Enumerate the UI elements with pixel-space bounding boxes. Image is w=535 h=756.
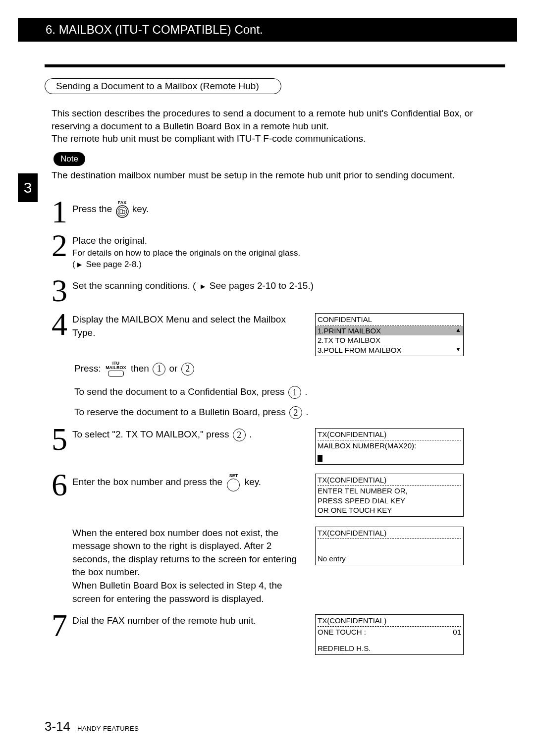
chapter-title: 6. MAILBOX (ITU-T COMPATIBLE) Cont. [46,23,263,37]
step-body: Dial the FAX number of the remote hub un… [72,612,505,655]
step-body: Press the FAX key. [72,199,505,218]
text: . [305,386,307,397]
key-2-icon: 2 [289,406,302,419]
step-text: Set the scanning conditions. ( [72,280,196,291]
lcd-display-4: CONFIDENTIAL 1.PRINT MAILBOX▲ 2.TX TO MA… [315,313,464,356]
step-number: 4 [52,311,72,338]
step-body: Enter the box number and press the SET k… [72,472,505,606]
step-1: 1 Press the FAX key. [52,199,505,225]
note-badge: Note [54,152,85,166]
side-tab: 3 [18,173,38,202]
text: To send the document to a Confidential B… [74,386,287,397]
key-shape [108,371,124,377]
step-7: 7 Dial the FAX number of the remote hub … [52,612,505,655]
lcd-header: TX(CONFIDENTIAL) [318,616,461,627]
fax-key-icon: FAX [116,201,129,218]
text: Enter the box number and press the [72,477,225,487]
text: . [249,429,252,439]
lcd-line: MAILBOX NUMBER(MAX20): [318,441,461,451]
step-text: Display the MAILBOX Menu and select the … [72,313,305,339]
step-number: 6 [52,472,72,498]
text: Press: [74,363,104,374]
svg-rect-2 [120,210,122,214]
mailbox-label: MAILBOX [106,366,126,370]
lcd-line: OR ONE TOUCH KEY [318,505,461,515]
step-list: 1 Press the FAX key. 2 Place [45,199,505,655]
step-body: Set the scanning conditions. ( ▶ See pag… [72,277,505,293]
step-number: 3 [52,277,72,304]
sub-line: To send the document to a Confidential B… [74,385,505,399]
text: . [306,407,308,417]
lcd-header: TX(CONFIDENTIAL) [318,475,461,486]
text: To select "2. TX TO MAILBOX," press [72,429,232,439]
lcd-line: No entry [318,554,461,564]
step-6: 6 Enter the box number and press the SET… [52,472,505,606]
lcd-display-6b: TX(CONFIDENTIAL) No entry [315,527,464,565]
lcd-header: TX(CONFIDENTIAL) [318,430,461,440]
lcd-item: 2.TX TO MAILBOX [318,335,461,345]
arrow-icon: ▶ [201,282,205,291]
step-3: 3 Set the scanning conditions. ( ▶ See p… [52,277,505,304]
press-line: Press: ITU MAILBOX then 1 or 2 [74,361,505,377]
lcd-item-label: 1.PRINT MAILBOX [318,326,381,335]
step-para: When Bulletin Board Box is selected in S… [72,579,305,605]
chapter-header: 6. MAILBOX (ITU-T COMPATIBLE) Cont. [18,18,517,42]
arrow-icon: ▶ [77,261,82,269]
step-number: 1 [52,199,72,225]
lcd-display-6a: TX(CONFIDENTIAL) ENTER TEL NUMBER OR, PR… [315,474,464,517]
step-para: When the entered box number does not exi… [72,527,305,579]
step-body: Display the MAILBOX Menu and select the … [72,311,505,419]
itu-mailbox-key-icon: ITU MAILBOX [106,361,126,377]
step-2: 2 Place the original. For details on how… [52,232,505,270]
lcd-header: TX(CONFIDENTIAL) [318,528,461,539]
sub-line: To reserve the document to a Bulletin Bo… [74,406,505,419]
step-number: 7 [52,612,72,639]
step-text: Place the original. [72,234,505,248]
set-label: SET [229,474,238,478]
lcd-line-text: ONE TOUCH : [318,628,366,636]
text: Press the [72,203,115,214]
step-text: Dial the FAX number of the remote hub un… [72,614,305,628]
set-key-icon: SET [227,474,240,491]
lcd-line: PRESS SPEED DIAL KEY [318,496,461,506]
lcd-line-number: 01 [453,627,461,637]
up-arrow-icon: ▲ [455,326,461,334]
step-sub: For details on how to place the original… [72,248,505,270]
page-content: Sending a Document to a Mailbox (Remote … [45,64,505,662]
key-1-icon: 1 [153,363,165,376]
lcd-line: REDFIELD H.S. [318,644,461,653]
text: key. [245,477,261,487]
page-ref: See pages 2-10 to 2-15.) [207,280,314,291]
text: key. [132,203,149,214]
text: To reserve the document to a Bulletin Bo… [74,407,288,417]
lcd-line: ONE TOUCH : 01 [318,627,461,637]
footer-label: HANDY FEATURES [77,725,139,732]
page-ref: See page 2-8.) [84,260,142,269]
step-4: 4 Display the MAILBOX Menu and select th… [52,311,505,419]
step-number: 2 [52,232,72,259]
step-number: 5 [52,426,72,453]
lcd-header: CONFIDENTIAL [318,315,461,325]
page-number: 3-14 [45,719,70,734]
down-arrow-icon: ▼ [455,346,461,354]
step-5: 5 To select "2. TX TO MAILBOX," press 2 … [52,426,505,465]
key-shape [227,479,240,491]
text: For details on how to place the original… [72,248,300,258]
lcd-line: ENTER TEL NUMBER OR, [318,486,461,496]
key-2-icon: 2 [233,429,246,441]
lcd-cursor-line [318,453,461,463]
lcd-item-label: 3.POLL FROM MAILBOX [318,346,402,354]
intro-line-1: This section describes the procedures to… [52,107,505,132]
lcd-display-5: TX(CONFIDENTIAL) MAILBOX NUMBER(MAX20): [315,428,464,465]
lcd-display-7: TX(CONFIDENTIAL) ONE TOUCH : 01 REDFIELD… [315,614,464,655]
cursor-icon [318,455,322,462]
step-body: Place the original. For details on how t… [72,232,505,270]
text: or [169,363,180,374]
text: then [131,363,152,374]
key-1-icon: 1 [288,386,301,399]
page-footer: 3-14 HANDY FEATURES [45,719,139,734]
section-subtitle: Sending a Document to a Mailbox (Remote … [45,78,281,94]
key-2-icon: 2 [181,363,194,376]
fax-key-label: FAX [118,201,127,205]
note-text: The destination mailbox number must be s… [52,170,505,181]
